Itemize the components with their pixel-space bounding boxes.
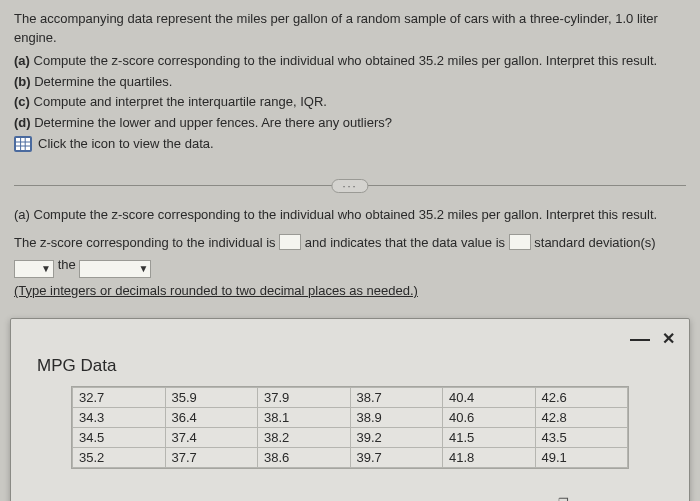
- click-data-text: Click the icon to view the data.: [38, 135, 214, 154]
- part-d: (d) Determine the lower and upper fences…: [14, 114, 686, 133]
- table-cell: 39.7: [350, 448, 443, 468]
- table-cell: 40.4: [443, 388, 536, 408]
- stddev-input[interactable]: [509, 234, 531, 250]
- table-row: 34.537.438.239.241.543.5: [73, 428, 628, 448]
- divider-expand-button[interactable]: ···: [331, 179, 368, 193]
- direction-select[interactable]: ▼: [14, 260, 54, 278]
- svg-rect-0: [16, 138, 30, 150]
- table-cell: 41.5: [443, 428, 536, 448]
- table-cell: 34.5: [73, 428, 166, 448]
- table-cell: 36.4: [165, 408, 258, 428]
- intro-text: The accompanying data represent the mile…: [14, 10, 686, 48]
- table-cell: 37.7: [165, 448, 258, 468]
- chevron-down-icon: ▼: [41, 260, 51, 277]
- zscore-input[interactable]: [279, 234, 301, 250]
- minimize-button[interactable]: —: [630, 327, 650, 350]
- table-row: 35.237.738.639.741.849.1: [73, 448, 628, 468]
- table-cell: 43.5: [535, 428, 628, 448]
- close-button[interactable]: ✕: [662, 329, 675, 348]
- data-table-icon[interactable]: [14, 136, 32, 152]
- part-a-text: Compute the z-score corresponding to the…: [34, 53, 658, 68]
- table-cell: 49.1: [535, 448, 628, 468]
- part-b: (b) Determine the quartiles.: [14, 73, 686, 92]
- part-b-text: Determine the quartiles.: [34, 74, 172, 89]
- modal-title: MPG Data: [11, 352, 689, 386]
- rounding-note: (Type integers or decimals rounded to tw…: [14, 280, 686, 302]
- part-d-text: Determine the lower and upper fences. Ar…: [34, 115, 392, 130]
- table-cell: 32.7: [73, 388, 166, 408]
- table-cell: 38.9: [350, 408, 443, 428]
- table-cell: 35.9: [165, 388, 258, 408]
- copy-icon[interactable]: ❐: [558, 496, 569, 501]
- part-c-text: Compute and interpret the interquartile …: [34, 94, 327, 109]
- question-heading: (a) Compute the z-score corresponding to…: [14, 204, 686, 226]
- part-a: (a) Compute the z-score corresponding to…: [14, 52, 686, 71]
- table-cell: 38.7: [350, 388, 443, 408]
- table-cell: 34.3: [73, 408, 166, 428]
- table-row: 32.735.937.938.740.442.6: [73, 388, 628, 408]
- table-cell: 42.6: [535, 388, 628, 408]
- the-word: the: [58, 257, 80, 272]
- table-cell: 35.2: [73, 448, 166, 468]
- section-divider: ···: [14, 176, 686, 196]
- measure-select[interactable]: ▼: [79, 260, 151, 278]
- sentence-post: standard deviation(s): [534, 235, 655, 250]
- table-cell: 37.4: [165, 428, 258, 448]
- table-cell: 38.2: [258, 428, 351, 448]
- sentence-pre: The z-score corresponding to the individ…: [14, 235, 279, 250]
- table-cell: 39.2: [350, 428, 443, 448]
- table-cell: 42.8: [535, 408, 628, 428]
- mpg-data-modal: — ✕ MPG Data 32.735.937.938.740.442.634.…: [10, 318, 690, 501]
- table-cell: 38.1: [258, 408, 351, 428]
- part-c: (c) Compute and interpret the interquart…: [14, 93, 686, 112]
- mpg-data-table: 32.735.937.938.740.442.634.336.438.138.9…: [72, 387, 628, 468]
- table-row: 34.336.438.138.940.642.8: [73, 408, 628, 428]
- table-cell: 41.8: [443, 448, 536, 468]
- table-cell: 40.6: [443, 408, 536, 428]
- table-cell: 37.9: [258, 388, 351, 408]
- sentence-mid: and indicates that the data value is: [305, 235, 509, 250]
- table-cell: 38.6: [258, 448, 351, 468]
- chevron-down-icon: ▼: [138, 260, 148, 277]
